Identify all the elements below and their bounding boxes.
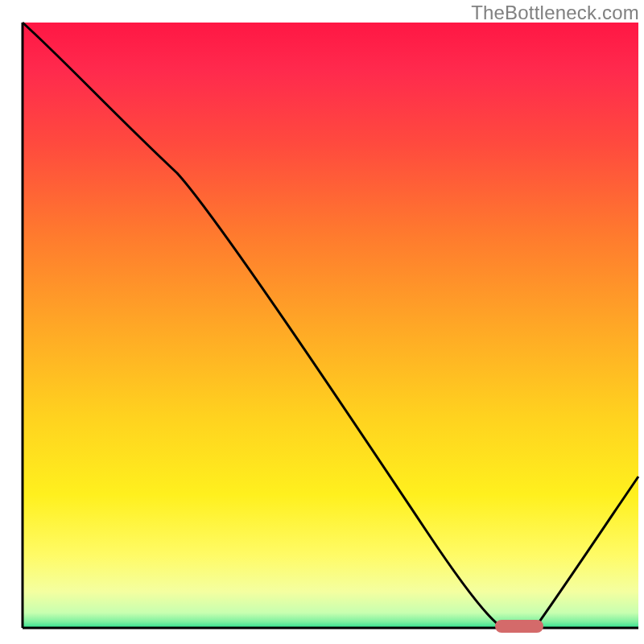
bottleneck-chart: TheBottleneck.com xyxy=(0,0,644,644)
watermark-text: TheBottleneck.com xyxy=(471,2,639,24)
chart-svg xyxy=(0,0,644,644)
optimal-marker xyxy=(495,620,543,633)
